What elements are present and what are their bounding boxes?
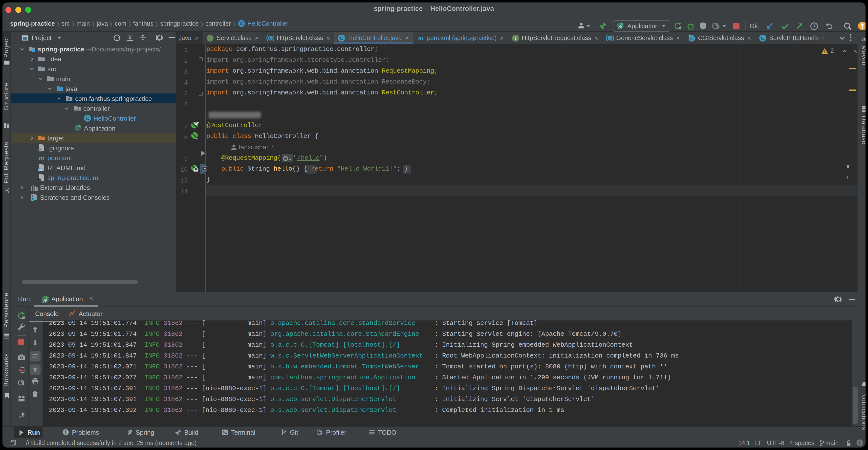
svg-text:m: m [39, 154, 44, 162]
svg-text:C: C [86, 116, 89, 121]
svg-text:I: I [515, 35, 516, 41]
svg-text:I: I [210, 35, 211, 41]
svg-text:C: C [269, 36, 272, 40]
svg-text:m: m [418, 34, 423, 41]
svg-text:C: C [340, 35, 344, 40]
svg-text:C: C [761, 35, 765, 40]
svg-text:MD: MD [38, 169, 42, 171]
svg-text:C: C [609, 36, 612, 40]
svg-text:C: C [690, 36, 693, 41]
